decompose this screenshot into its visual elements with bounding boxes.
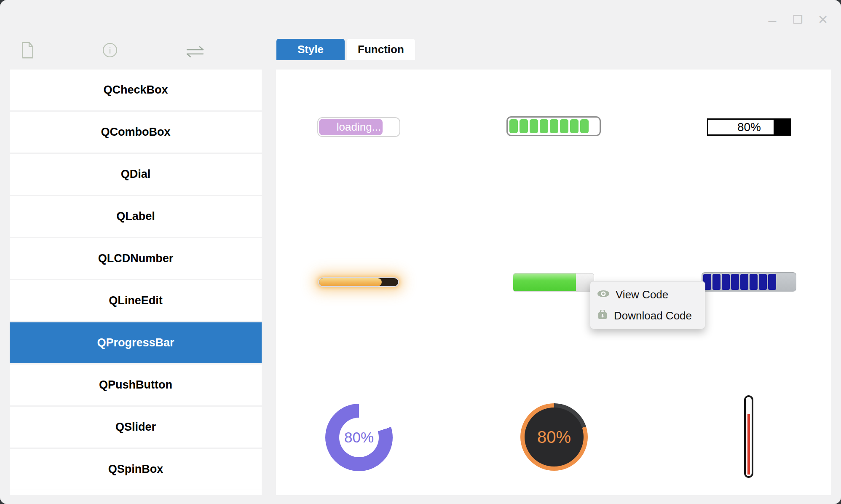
menu-item-download-code[interactable]: Download Code [590, 305, 705, 326]
segment [550, 119, 558, 133]
menu-item-download-code-label: Download Code [614, 309, 692, 322]
sidebar-item-qlineedit[interactable]: QLineEdit [10, 280, 262, 321]
progressbar-navy-segmented[interactable] [702, 272, 796, 292]
segment [768, 274, 776, 290]
progressbar-orange-ring-label: 80% [537, 428, 571, 447]
sidebar-item-qpushbutton[interactable]: QPushButton [10, 365, 262, 405]
progressbar-orange-glow[interactable] [318, 277, 399, 287]
progressbar-green-gradient-fill [513, 273, 576, 291]
close-button[interactable]: ✕ [814, 11, 832, 29]
screen: – ❒ ✕ Style Function QCheckBox QComboBox… [0, 0, 841, 504]
progressbar-black-percent[interactable]: 80% [707, 118, 791, 136]
segment [560, 119, 568, 133]
tab-style[interactable]: Style [276, 39, 345, 60]
sidebar-item-qcheckbox[interactable]: QCheckBox [10, 70, 262, 110]
segment [540, 119, 548, 133]
progressbar-purple-donut-hole: 80% [339, 418, 379, 457]
segment [712, 274, 720, 290]
download-icon [597, 310, 608, 322]
progressbar-plum-label: loading... [318, 118, 399, 136]
progressbar-green-segmented[interactable] [506, 116, 601, 136]
segment [509, 119, 518, 133]
menu-item-view-code[interactable]: View Code [590, 284, 705, 305]
segment [750, 274, 758, 290]
segment [722, 274, 730, 290]
eye-icon [597, 289, 610, 300]
minimize-button[interactable]: – [763, 11, 781, 29]
progressbar-orange-ring[interactable]: 80% [520, 403, 588, 471]
segment [570, 119, 579, 133]
progressbar-plum-loading[interactable]: loading... [317, 117, 400, 137]
segment [759, 274, 767, 290]
swap-arrows-icon[interactable] [185, 45, 205, 61]
sidebar-item-qdial[interactable]: QDial [10, 154, 262, 195]
progressbar-thermometer[interactable] [744, 395, 753, 478]
progressbar-orange-ring-face: 80% [525, 407, 584, 466]
sidebar-item-qcombobox[interactable]: QComboBox [10, 112, 262, 153]
sidebar-item-qlcdnumber[interactable]: QLCDNumber [10, 238, 262, 279]
menu-item-view-code-label: View Code [616, 288, 668, 301]
segment [731, 274, 739, 290]
segment [530, 119, 538, 133]
segment [520, 119, 528, 133]
sidebar-item-qspinbox[interactable]: QSpinBox [10, 449, 262, 490]
app-window: – ❒ ✕ Style Function QCheckBox QComboBox… [0, 0, 841, 504]
info-icon[interactable] [102, 42, 118, 60]
maximize-button[interactable]: ❒ [789, 11, 806, 29]
sidebar-item-qlabel[interactable]: QLabel [10, 196, 262, 237]
tab-function[interactable]: Function [347, 39, 415, 60]
sidebar-item-qprogressbar[interactable]: QProgressBar [10, 322, 262, 363]
progressbar-thermometer-mercury [747, 414, 750, 475]
progressbar-green-gradient[interactable] [513, 273, 594, 292]
segment [740, 274, 748, 290]
progressbar-purple-donut-label: 80% [344, 429, 374, 446]
progressbar-orange-glow-fill [319, 278, 382, 286]
sidebar-item-qslider[interactable]: QSlider [10, 407, 262, 448]
context-menu: View Code Download Code [590, 281, 705, 329]
sidebar-item-partial[interactable] [10, 490, 262, 495]
progressbar-black-label: 80% [708, 120, 790, 134]
file-icon[interactable] [20, 41, 35, 61]
progressbar-purple-donut[interactable]: 80% [325, 404, 393, 471]
segment [580, 119, 589, 133]
